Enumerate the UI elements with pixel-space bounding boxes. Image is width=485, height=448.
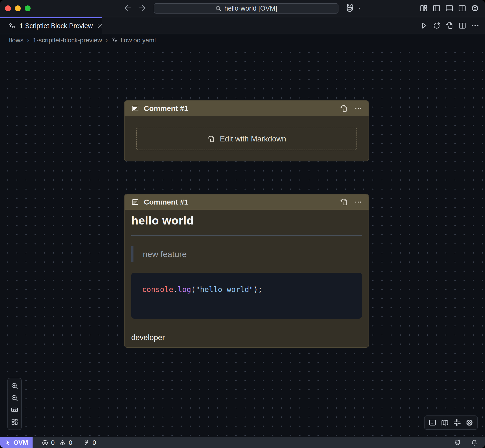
edit-with-markdown-button[interactable]: Edit with Markdown: [136, 128, 357, 150]
comment-node-body: Edit with Markdown: [125, 116, 369, 162]
code-token: ;: [258, 285, 262, 294]
breadcrumb: flows › 1-scriptlet-block-preview › flow…: [0, 34, 485, 46]
run-flow-icon[interactable]: [419, 21, 428, 30]
toggle-minimap-button[interactable]: [440, 418, 449, 427]
port-count: 0: [93, 439, 96, 447]
chevron-down-icon: [357, 6, 362, 11]
zoom-in-button[interactable]: [10, 382, 19, 390]
comment-node-empty[interactable]: Comment #1 Edit with Markdown: [124, 100, 369, 161]
minimize-window-button[interactable]: [15, 5, 21, 11]
collapse-all-button[interactable]: [453, 418, 462, 427]
back-icon[interactable]: [123, 3, 132, 12]
fit-width-button[interactable]: [10, 406, 19, 414]
tab-label: 1 Scriptlet Block Preview: [19, 22, 93, 30]
warning-icon: [59, 439, 66, 446]
code-token: (: [191, 285, 196, 294]
close-window-button[interactable]: [5, 5, 11, 11]
status-bar: OVM 0 0 0: [0, 437, 485, 448]
remote-indicator[interactable]: OVM: [0, 437, 33, 448]
edit-markdown-icon[interactable]: [339, 198, 348, 207]
zoom-out-icon: [10, 394, 19, 402]
markdown-blockquote: new feature: [131, 246, 362, 262]
fit-width-icon: [10, 406, 19, 414]
remote-icon: [4, 439, 11, 446]
breadcrumb-file-label: flow.oo.yaml: [121, 36, 156, 44]
search-value: hello-world [OVM]: [224, 5, 277, 12]
code-token: .: [173, 285, 178, 294]
settings-gear-icon[interactable]: [470, 4, 480, 13]
code-token: "hello world": [196, 285, 254, 294]
split-editor-icon[interactable]: [458, 21, 467, 30]
flow-icon: [8, 22, 16, 30]
remote-label: OVM: [13, 439, 28, 447]
zoom-in-icon: [10, 382, 19, 390]
tab-bar: 1 Scriptlet Block Preview: [0, 17, 485, 34]
code-token: console: [142, 285, 173, 294]
collapse-icon: [453, 418, 462, 427]
zoom-out-button[interactable]: [10, 394, 19, 402]
map-icon: [440, 418, 449, 427]
window-controls: [5, 5, 31, 11]
ports-indicator[interactable]: 0: [83, 439, 96, 447]
console-panel-icon: [428, 418, 437, 427]
auto-layout-button[interactable]: [10, 418, 19, 426]
breadcrumb-separator: ›: [27, 37, 29, 44]
comment-node-rendered[interactable]: Comment #1 hello world new feature conso…: [124, 194, 369, 348]
error-icon: [41, 439, 49, 446]
search-icon: [215, 5, 222, 12]
title-bar: hello-world [OVM]: [0, 0, 485, 17]
breadcrumb-item-file[interactable]: flow.oo.yaml: [112, 36, 156, 44]
toggle-right-panel-icon[interactable]: [458, 4, 467, 13]
canvas-view-toolbar: [424, 415, 478, 430]
command-center-search[interactable]: hello-world [OVM]: [154, 3, 338, 14]
forward-icon[interactable]: [138, 3, 147, 12]
edit-with-markdown-label: Edit with Markdown: [220, 135, 286, 143]
markdown-divider: [131, 235, 362, 236]
code-token: log: [178, 285, 191, 294]
comment-node-title: Comment #1: [144, 104, 188, 113]
edit-markdown-icon: [207, 135, 215, 143]
problems-indicator[interactable]: 0 0: [41, 439, 72, 447]
notifications-bell-icon[interactable]: [470, 439, 478, 447]
comment-node-title: Comment #1: [144, 198, 188, 206]
edit-markdown-icon[interactable]: [339, 104, 348, 113]
breadcrumb-separator: ›: [106, 37, 108, 44]
maximize-window-button[interactable]: [25, 5, 31, 11]
more-actions-icon[interactable]: [471, 21, 480, 30]
settings-gear-icon: [465, 418, 474, 427]
customize-layout-icon[interactable]: [419, 4, 428, 13]
mascot-icon: [344, 3, 355, 14]
mascot-icon[interactable]: [454, 439, 462, 447]
code-token: ): [254, 285, 258, 294]
comment-node-header[interactable]: Comment #1: [125, 194, 369, 210]
radio-tower-icon: [83, 439, 90, 446]
markdown-author: developer: [131, 333, 362, 342]
node-menu-icon[interactable]: [354, 198, 362, 206]
edit-file-icon[interactable]: [445, 21, 454, 30]
node-menu-icon[interactable]: [354, 104, 362, 112]
flow-canvas[interactable]: Comment #1 Edit with Markdown Comment #1: [0, 46, 485, 437]
layout-blocks-icon: [10, 418, 19, 426]
canvas-settings-button[interactable]: [465, 418, 474, 427]
toggle-console-button[interactable]: [428, 418, 437, 427]
breadcrumb-item-folder[interactable]: 1-scriptlet-block-preview: [33, 36, 102, 44]
markdown-preview: hello world new feature console.log("hel…: [125, 214, 369, 349]
comment-icon: [131, 198, 139, 206]
flow-icon: [112, 37, 118, 44]
tab-close-icon[interactable]: [96, 23, 103, 29]
comment-icon: [131, 104, 139, 113]
comment-node-header[interactable]: Comment #1: [125, 101, 369, 116]
assistant-menu[interactable]: [344, 3, 362, 14]
markdown-heading: hello world: [131, 214, 362, 227]
toggle-bottom-panel-icon[interactable]: [445, 4, 454, 13]
app-window: hello-world [OVM] 1 Scriptlet Block Prev…: [0, 0, 485, 448]
warning-count: 0: [69, 439, 72, 447]
breadcrumb-item-flows[interactable]: flows: [9, 36, 23, 44]
code-block: console.log("hello world");: [131, 273, 362, 319]
tab-scriptlet-block-preview[interactable]: 1 Scriptlet Block Preview: [0, 17, 102, 34]
toggle-left-panel-icon[interactable]: [432, 4, 441, 13]
canvas-zoom-toolbar: [7, 378, 22, 430]
restart-icon[interactable]: [432, 21, 441, 30]
error-count: 0: [51, 439, 55, 447]
